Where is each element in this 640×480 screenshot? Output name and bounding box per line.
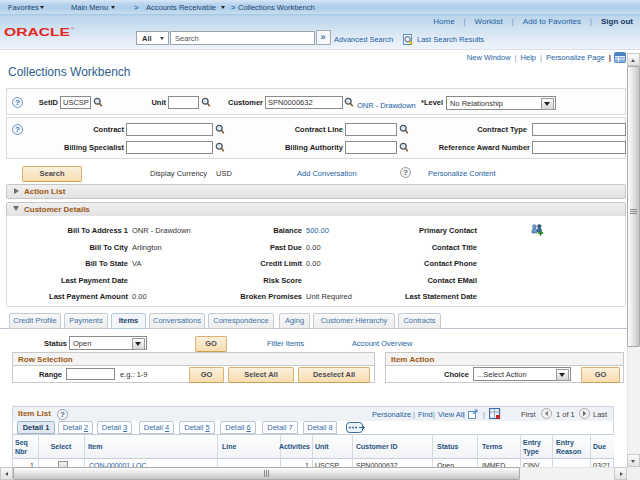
svg-text:®: ® [71,26,74,31]
svg-text:ORACLE: ORACLE [4,26,70,38]
svg-text:?: ? [403,168,408,177]
svg-text:?: ? [15,125,20,134]
svg-text:?: ? [60,410,65,419]
